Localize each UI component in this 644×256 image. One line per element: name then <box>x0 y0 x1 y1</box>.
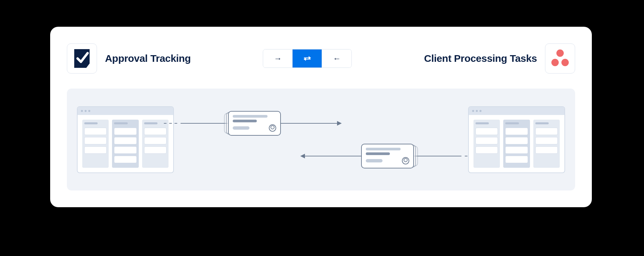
sync-one-way-left-button[interactable]: ← <box>322 49 351 68</box>
sync-two-way-button[interactable] <box>293 49 322 68</box>
flow-arrows <box>174 106 468 173</box>
window-titlebar-icon <box>78 107 173 115</box>
arrow-left-icon: ← <box>333 54 341 63</box>
asana-logo-icon <box>550 49 570 68</box>
integration-card: Approval Tracking → ← <box>50 27 592 207</box>
sync-one-way-right-button[interactable]: → <box>263 49 293 68</box>
asana-app-icon[interactable] <box>545 43 575 74</box>
dashed-connector-icon <box>164 123 177 124</box>
swap-arrows-icon <box>304 57 311 59</box>
sync-direction-toggle: → ← <box>263 49 352 68</box>
arrow-right-icon: → <box>274 54 282 63</box>
right-app-group: Client Processing Tasks <box>424 43 575 74</box>
sync-diagram <box>67 89 575 190</box>
header-row: Approval Tracking → ← <box>67 43 575 74</box>
left-app-title: Approval Tracking <box>105 53 191 64</box>
avatar-icon <box>269 124 276 132</box>
right-app-title: Client Processing Tasks <box>424 53 537 64</box>
avatar-icon <box>402 157 409 164</box>
left-board-mock <box>77 106 174 173</box>
task-card-outbound <box>224 111 281 136</box>
right-board-mock <box>468 106 565 173</box>
smartsheet-app-icon[interactable] <box>67 43 97 74</box>
task-card-inbound <box>361 144 418 168</box>
window-titlebar-icon <box>469 107 564 115</box>
smartsheet-logo-icon <box>73 48 91 69</box>
left-app-group: Approval Tracking <box>67 43 191 74</box>
